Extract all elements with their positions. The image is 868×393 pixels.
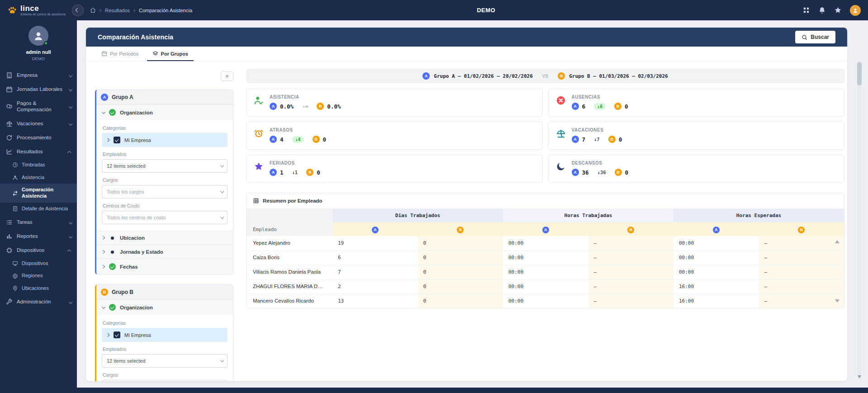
breadcrumb-resultados[interactable]: Resultados bbox=[105, 8, 130, 13]
sidebar-item-comparacion-asistencia[interactable]: Comparación Asistencia bbox=[0, 184, 77, 203]
centros-costo-select-a[interactable]: Todos los centros de costo bbox=[102, 211, 228, 224]
dot-icon bbox=[111, 251, 114, 254]
section-jornada-estado-a[interactable]: Jornada y Estado bbox=[96, 245, 233, 259]
scrollbar-down-arrow[interactable] bbox=[858, 375, 861, 378]
collapse-panel-button[interactable]: « bbox=[221, 71, 233, 81]
stat-change: ↓7 bbox=[594, 137, 600, 142]
document-icon bbox=[12, 206, 18, 212]
search-button[interactable]: Buscar bbox=[795, 31, 835, 43]
tree-item-mi-empresa-a[interactable]: Mi Empresa bbox=[102, 133, 228, 147]
sidebar-item-jornadas-laborales[interactable]: Jornadas Laborales bbox=[0, 82, 77, 96]
sidebar-item-empresa[interactable]: Empresa bbox=[0, 68, 77, 82]
tab-bar: Por Periodos Por Grupos bbox=[86, 47, 847, 62]
sidebar-item-vacaciones[interactable]: Vacaciones bbox=[0, 117, 77, 131]
group-b-title: Grupo B bbox=[112, 289, 133, 295]
vs-label: VS bbox=[542, 74, 548, 79]
beach-umbrella-icon bbox=[556, 128, 566, 138]
chevron-down-icon bbox=[101, 306, 105, 309]
group-b-badge: B bbox=[558, 72, 565, 80]
horas-trab-b: – bbox=[588, 265, 674, 279]
chevron-down-icon bbox=[69, 87, 71, 92]
tree-item-mi-empresa-b[interactable]: Mi Empresa bbox=[102, 328, 228, 342]
tab-por-grupos[interactable]: Por Grupos bbox=[147, 47, 194, 61]
stat-card-feriados: FERIADOS A 1 ↓1 B 0 bbox=[246, 155, 543, 183]
profile-avatar[interactable] bbox=[850, 5, 861, 16]
chevron-right-icon bbox=[101, 265, 105, 268]
sidebar-item-tareas[interactable]: Tareas bbox=[0, 215, 77, 229]
dias-a: 13 bbox=[332, 294, 418, 308]
group-b-badge: B bbox=[457, 227, 464, 233]
group-a-badge: A bbox=[713, 227, 720, 233]
sidebar-collapse-button[interactable] bbox=[72, 5, 84, 16]
table-row[interactable]: Mancero Cevallos Ricardo 13 0 00:00 – 16… bbox=[247, 294, 844, 308]
employee-name: Yepez Alejandro bbox=[247, 236, 332, 251]
chevron-right-icon[interactable] bbox=[106, 139, 109, 142]
sidebar-item-pagos-compensacion[interactable]: Pagos & Compensación bbox=[0, 96, 77, 117]
column-group-dias-trabajados: Dias Trabajados bbox=[332, 209, 503, 222]
group-b-badge: B bbox=[627, 227, 634, 233]
horas-trab-b: – bbox=[588, 279, 674, 294]
select-value: 12 items selected bbox=[107, 358, 146, 364]
table-scroll-down-arrow[interactable] bbox=[835, 299, 840, 303]
home-icon[interactable] bbox=[90, 7, 96, 13]
scrollbar-thumb[interactable] bbox=[857, 62, 862, 85]
sidebar-item-label: Vacaciones bbox=[17, 120, 65, 127]
sidebar-item-label: Resultados bbox=[17, 148, 65, 155]
sidebar-item-label: Dispositivos bbox=[22, 260, 71, 267]
sidebar-item-dispositivos-sub[interactable]: Dispositivos bbox=[0, 257, 77, 270]
chevron-right-icon bbox=[101, 251, 105, 253]
dias-b: 0 bbox=[418, 279, 503, 294]
search-button-label: Buscar bbox=[811, 34, 829, 40]
section-fechas-a[interactable]: Fechas bbox=[96, 259, 233, 274]
cargos-select-b[interactable] bbox=[102, 380, 228, 381]
table-row[interactable]: ZHAGUI FLORES MARIA DOLORES 2 0 00:00 – … bbox=[247, 279, 844, 294]
mi-empresa-checkbox-a[interactable] bbox=[114, 137, 120, 143]
empleados-select-a[interactable]: 12 items selected bbox=[102, 159, 228, 173]
cargos-select-a[interactable]: Todos los cargos bbox=[102, 185, 228, 199]
sidebar-item-procesamiento[interactable]: Procesamiento bbox=[0, 131, 77, 145]
empleados-label: Empleados bbox=[103, 346, 227, 352]
table-row[interactable]: Yepez Alejandro 19 0 00:00 – 00:00 – bbox=[247, 236, 844, 251]
sidebar-item-resultados[interactable]: Resultados bbox=[0, 145, 77, 159]
section-ubicacion-a[interactable]: Ubicacion bbox=[96, 231, 233, 245]
mi-empresa-checkbox-b[interactable] bbox=[114, 331, 120, 338]
section-organizacion-b[interactable]: Organizacion bbox=[96, 300, 233, 315]
tasks-list-icon bbox=[6, 219, 13, 226]
sidebar-item-asistencia[interactable]: Asistencia bbox=[0, 171, 77, 184]
favorites-star-icon[interactable] bbox=[834, 6, 842, 14]
dias-b: 0 bbox=[418, 250, 503, 265]
empleados-select-b[interactable]: 12 items selected bbox=[102, 354, 228, 368]
sidebar-item-regiones[interactable]: Regiones bbox=[0, 270, 77, 282]
horas-esp-a: 00:00 bbox=[674, 265, 759, 279]
horas-esp-a: 16:00 bbox=[674, 294, 759, 308]
vertical-scrollbar[interactable] bbox=[857, 61, 862, 379]
sidebar-item-administracion[interactable]: Administración bbox=[0, 295, 77, 309]
apps-grid-icon[interactable] bbox=[802, 6, 810, 14]
user-role: DEMO bbox=[0, 56, 77, 61]
centros-costo-label: Centros de Costo bbox=[103, 203, 227, 208]
table-row[interactable]: Villacis Ramos Daniela Paola 7 0 00:00 –… bbox=[247, 265, 844, 279]
app-logo[interactable]: lince Sistema de control de asistencia bbox=[7, 5, 66, 16]
group-b-badge: B bbox=[306, 169, 313, 176]
sidebar-item-detalle-asistencia[interactable]: Detalle de Asistencia bbox=[0, 203, 77, 215]
tab-label: Por Periodos bbox=[110, 51, 139, 57]
section-organizacion-a[interactable]: Organizacion bbox=[96, 105, 233, 120]
stat-value-b: 0.0% bbox=[327, 103, 341, 110]
tab-label: Por Grupos bbox=[161, 51, 189, 57]
sidebar-item-reportes[interactable]: Reportes bbox=[0, 229, 77, 243]
lince-paw-icon bbox=[7, 5, 17, 15]
table-scroll-up-arrow[interactable] bbox=[835, 240, 840, 243]
section-label: Ubicacion bbox=[120, 235, 145, 241]
subcolumn-a: A bbox=[332, 222, 418, 236]
table-row[interactable]: Caiza Boris 6 0 00:00 – 00:00 – bbox=[247, 250, 844, 265]
sidebar-item-ubicaciones[interactable]: Ubicaciones bbox=[0, 282, 77, 295]
stat-card-descansos: DESCANSOS A 36 ↓36 B 0 bbox=[548, 155, 845, 183]
online-status-dot bbox=[44, 41, 48, 45]
tab-por-periodos[interactable]: Por Periodos bbox=[96, 47, 144, 61]
chevron-right-icon[interactable] bbox=[106, 334, 109, 336]
notifications-bell-icon[interactable] bbox=[818, 6, 826, 14]
sidebar-item-timbradas[interactable]: Timbradas bbox=[0, 159, 77, 171]
user-avatar[interactable] bbox=[28, 26, 48, 46]
sidebar-item-dispositivos[interactable]: Dispositivos bbox=[0, 243, 77, 257]
employee-name: Villacis Ramos Daniela Paola bbox=[247, 265, 332, 279]
